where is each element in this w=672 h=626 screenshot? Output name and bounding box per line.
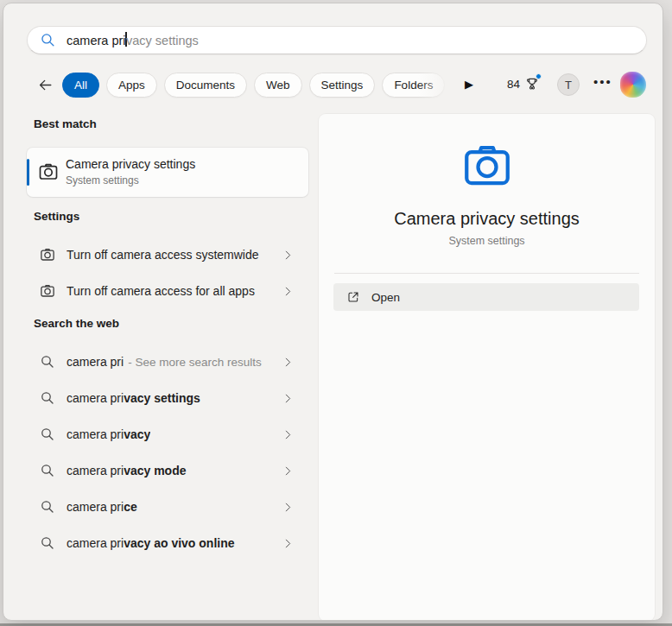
query-completion: vacy [124,427,150,441]
query-completion: vacy mode [124,464,186,477]
user-avatar[interactable]: T [557,73,580,96]
results-panel: Best match Camera privacy settings Syste… [3,100,316,620]
query-text: camera pri [67,536,124,550]
camera-icon-large [460,140,515,192]
search-icon [40,354,55,370]
chevron-right-icon [282,429,294,440]
chevron-right-icon [282,465,294,477]
tab-all[interactable]: All [62,73,99,98]
best-match-subtitle: System settings [66,174,139,187]
rewards-count: 84 [507,78,520,91]
selection-accent-bar [27,159,29,186]
tab-web[interactable]: Web [254,73,302,98]
query-text: camera pri [67,391,124,405]
search-typed-text: camera pri [67,34,126,47]
query-completion: vacy ao vivo online [124,536,234,550]
web-suggestion-row[interactable]: camera pri- See more search results [27,344,308,380]
chevron-right-icon [282,502,294,513]
settings-result-row[interactable]: Turn off camera access systemwide [27,237,308,273]
see-more-note: - See more search results [128,356,262,369]
divider [334,273,639,274]
tab-folders[interactable]: Folders [382,73,445,98]
tab-photos[interactable]: Photos [452,73,453,98]
query-text: camera pri [67,355,124,369]
preview-subtitle: System settings [319,235,655,247]
filter-tabs-scroll: All Apps Documents Web Settings Folders … [62,71,453,98]
tabs-overflow-arrow-icon[interactable]: ▶ [465,77,473,92]
preview-title: Camera privacy settings [319,209,655,229]
best-match-header: Best match [34,117,97,130]
search-icon [40,390,55,406]
search-input[interactable]: camera privacy settings [27,26,647,54]
open-external-icon [346,290,360,304]
best-match-title: Camera privacy settings [66,157,195,171]
query-text: camera pri [67,500,124,514]
rewards-badge[interactable]: 84 [507,75,540,92]
search-icon [40,427,55,442]
web-suggestion-row[interactable]: camera privacy settings [27,380,308,416]
query-completion: ce [124,500,137,514]
search-icon [40,499,55,515]
preview-panel: Camera privacy settings System settings … [319,114,655,621]
result-label: Turn off camera access systemwide [67,248,259,262]
chevron-right-icon [282,538,294,549]
settings-result-row[interactable]: Turn off camera access for all apps [27,273,308,309]
result-label: Turn off camera access for all apps [67,284,255,298]
web-suggestion-row[interactable]: camera privacy mode [27,452,308,489]
open-button-label: Open [371,291,400,304]
search-icon [40,535,55,551]
chevron-right-icon [282,250,294,261]
rewards-trophy-icon [524,75,540,92]
camera-icon [38,161,59,182]
camera-icon [40,283,55,299]
query-completion: vacy settings [124,391,200,405]
notification-dot [536,73,542,79]
more-options-icon[interactable]: ••• [593,74,612,89]
search-icon [40,463,55,478]
chevron-right-icon [282,286,294,297]
search-icon [40,32,56,48]
web-suggestion-row[interactable]: camera privacy ao vivo online [27,525,308,561]
filter-tabs-row: All Apps Documents Web Settings Folders … [3,71,663,98]
camera-icon [40,247,55,262]
tab-apps[interactable]: Apps [106,73,157,98]
back-button[interactable] [35,74,55,95]
back-arrow-icon [37,77,54,93]
search-flyout-window: camera privacy settings All Apps Documen… [3,3,663,621]
query-text: camera pri [67,427,124,441]
tab-settings[interactable]: Settings [309,73,376,98]
open-button[interactable]: Open [333,283,639,311]
settings-section-header: Settings [34,210,79,223]
search-inline-suggestion: vacy settings [126,34,199,47]
avatar-initial: T [565,79,572,92]
query-text: camera pri [67,464,124,477]
best-match-result[interactable]: Camera privacy settings System settings [27,148,308,197]
tab-documents[interactable]: Documents [164,73,247,98]
web-section-header: Search the web [34,317,119,330]
copilot-icon[interactable] [620,72,646,98]
web-suggestion-row[interactable]: camera privacy [27,416,308,452]
chevron-right-icon [282,357,294,368]
chevron-right-icon [282,393,294,404]
web-suggestion-row[interactable]: camera price [27,489,308,525]
